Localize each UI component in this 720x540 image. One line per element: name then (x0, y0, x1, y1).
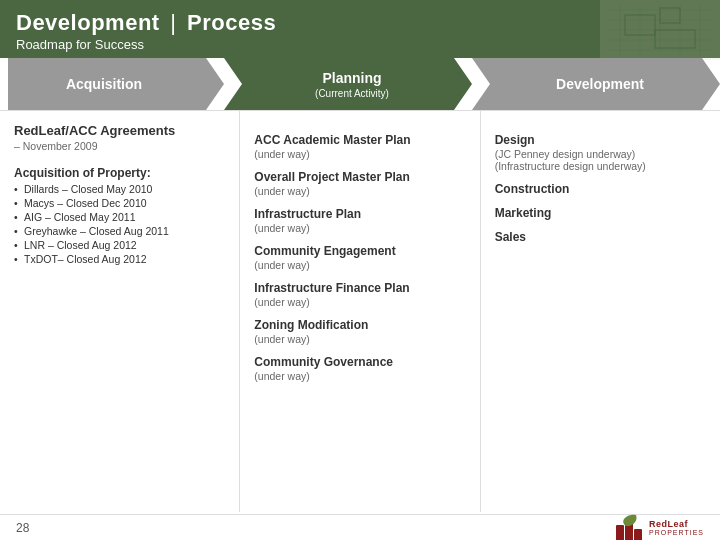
col-acquisition-heading: RedLeaf/ACC Agreements (14, 123, 225, 138)
page-number: 28 (16, 521, 29, 535)
planning-item-1-title: Overall Project Master Plan (254, 170, 465, 184)
col-acquisition-subheading: – November 2009 (14, 140, 225, 152)
dev-item-2-title: Marketing (495, 206, 706, 220)
step-planning: Planning (Current Activity) (224, 58, 472, 110)
planning-item-0-sub: (under way) (254, 148, 465, 160)
dev-item-0-sub: (JC Penney design underway) (Infrastruct… (495, 148, 706, 172)
redleaf-logo-icon (614, 513, 644, 541)
planning-item-5-sub: (under way) (254, 333, 465, 345)
planning-item-3-sub: (under way) (254, 259, 465, 271)
planning-item-2-title: Infrastructure Plan (254, 207, 465, 221)
step-development-label: Development (556, 76, 644, 92)
planning-item-4-title: Infrastructure Finance Plan (254, 281, 465, 295)
acq-section-title: Acquisition of Property: (14, 166, 225, 180)
logo-name-text: RedLeaf (649, 519, 704, 529)
footer: 28 RedLeaf PROPERTIES (0, 514, 720, 540)
dev-item-0-title: Design (495, 133, 706, 147)
planning-item-6-sub: (under way) (254, 370, 465, 382)
col-acquisition: RedLeaf/ACC Agreements – November 2009 A… (0, 111, 240, 512)
step-acquisition-label: Acquisition (66, 76, 142, 92)
dev-item-1-title: Construction (495, 182, 706, 196)
svg-rect-16 (634, 529, 642, 541)
planning-item-1-sub: (under way) (254, 185, 465, 197)
list-item: Macys – Closed Dec 2010 (14, 197, 225, 209)
col-development: Design (JC Penney design underway) (Infr… (481, 111, 720, 512)
redleaf-logo: RedLeaf PROPERTIES (614, 513, 704, 541)
planning-item-6-title: Community Governance (254, 355, 465, 369)
header-decoration (600, 0, 720, 60)
planning-item-0-title: ACC Academic Master Plan (254, 133, 465, 147)
step-acquisition: Acquisition (8, 58, 224, 110)
step-planning-label: Planning (322, 70, 381, 86)
step-planning-sublabel: (Current Activity) (315, 88, 389, 99)
header: Development | Process Roadmap for Succes… (0, 0, 720, 58)
header-title-part1: Development (16, 10, 160, 35)
logo-tagline-text: PROPERTIES (649, 529, 704, 536)
dev-item-3-title: Sales (495, 230, 706, 244)
planning-item-5-title: Zoning Modification (254, 318, 465, 332)
list-item: TxDOT– Closed Aug 2012 (14, 253, 225, 265)
col-planning: ACC Academic Master Plan (under way) Ove… (240, 111, 480, 512)
step-development: Development (472, 58, 720, 110)
svg-rect-14 (616, 525, 624, 541)
planning-item-2-sub: (under way) (254, 222, 465, 234)
process-row: Acquisition Planning (Current Activity) … (0, 58, 720, 110)
list-item: LNR – Closed Aug 2012 (14, 239, 225, 251)
planning-item-4-sub: (under way) (254, 296, 465, 308)
list-item: Dillards – Closed May 2010 (14, 183, 225, 195)
planning-item-3-title: Community Engagement (254, 244, 465, 258)
header-title-part2: Process (187, 10, 276, 35)
list-item: AIG – Closed May 2011 (14, 211, 225, 223)
header-pipe: | (170, 10, 183, 35)
list-item: Greyhawke – Closed Aug 2011 (14, 225, 225, 237)
redleaf-logo-text: RedLeaf PROPERTIES (649, 519, 704, 536)
content-area: RedLeaf/ACC Agreements – November 2009 A… (0, 110, 720, 512)
acquisition-list: Dillards – Closed May 2010 Macys – Close… (14, 183, 225, 265)
